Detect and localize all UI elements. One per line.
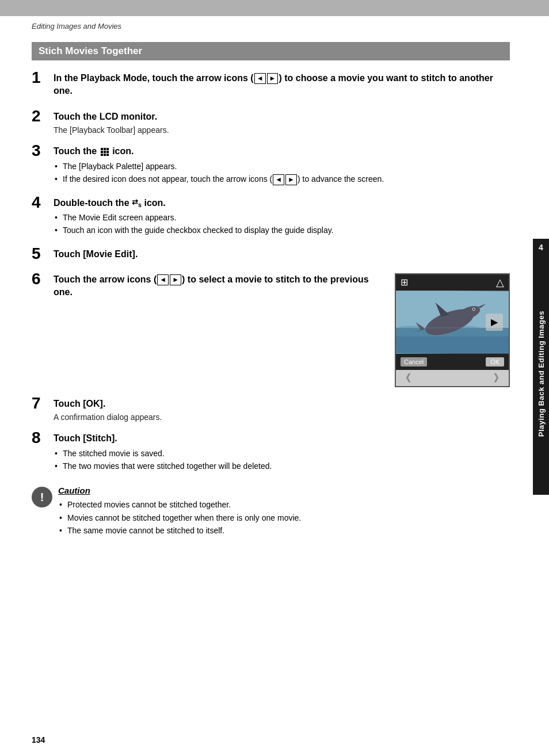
caution-bullet-1: Protected movies cannot be stitched toge… xyxy=(58,499,510,510)
step-3: 3 Touch the icon. The [Playback Palette]… xyxy=(32,145,510,186)
arrow-right-icon-2: ► xyxy=(285,174,297,185)
step-4-bullets: The Movie Edit screen appears. Touch an … xyxy=(54,212,510,236)
lcd-cancel-button[interactable]: Cancel xyxy=(401,357,427,366)
lcd-nav-right-icon[interactable]: 》 xyxy=(494,371,504,385)
step-8-content: Touch [Stitch]. The stitched movie is sa… xyxy=(54,432,510,473)
step-8-bullet-2: The two movies that were stitched togeth… xyxy=(54,460,510,472)
caution-section: ! Caution Protected movies cannot be sti… xyxy=(32,486,510,537)
arrow-right-icon-3: ► xyxy=(170,274,181,285)
step-6-inner: Touch the arrow icons (◄►) to select a m… xyxy=(54,273,510,387)
step-4-number: 4 xyxy=(32,194,54,211)
arrow-left-icon-2: ◄ xyxy=(273,174,284,185)
arrow-left-icon-3: ◄ xyxy=(157,274,169,285)
step-7-number: 7 xyxy=(32,395,54,411)
svg-point-5 xyxy=(473,308,475,310)
main-content: Editing Images and Movies Stich Movies T… xyxy=(0,16,533,555)
step-2-title: Touch the LCD monitor. xyxy=(54,110,510,123)
step-2-number: 2 xyxy=(32,108,54,124)
lcd-arrow-up-icon: △ xyxy=(496,276,504,289)
page-header: Editing Images and Movies xyxy=(32,22,510,30)
step-3-bullets: The [Playback Palette] appears. If the d… xyxy=(54,161,510,185)
step-6: 6 Touch the arrow icons (◄►) to select a… xyxy=(32,273,510,387)
step-6-content: Touch the arrow icons (◄►) to select a m… xyxy=(54,273,510,387)
step-3-content: Touch the icon. The [Playback Palette] a… xyxy=(54,145,510,186)
arrow-right-icon: ► xyxy=(267,73,279,84)
step-6-text: Touch the arrow icons (◄►) to select a m… xyxy=(54,273,383,301)
step-4: 4 Double-touch the ⇄s icon. The Movie Ed… xyxy=(32,197,510,238)
step-5: 5 Touch [Movie Edit]. xyxy=(32,248,510,263)
top-bar xyxy=(0,0,549,16)
step-8: 8 Touch [Stitch]. The stitched movie is … xyxy=(32,432,510,473)
step-3-title: Touch the icon. xyxy=(54,145,510,158)
step-1-content: In the Playback Mode, touch the arrow ic… xyxy=(54,72,510,100)
side-tab-label: Playing Back and Editing Images xyxy=(537,311,546,437)
caution-bullets: Protected movies cannot be stitched toge… xyxy=(58,499,510,536)
step-6-number: 6 xyxy=(32,271,54,287)
lcd-top-bar: ⊞ △ xyxy=(396,274,509,291)
step-2: 2 Touch the LCD monitor. The [Playback T… xyxy=(32,110,510,135)
lcd-nav-bar: 《 》 xyxy=(396,370,509,386)
step-1-title: In the Playback Mode, touch the arrow ic… xyxy=(54,72,510,98)
step-3-bullet-2: If the desired icon does not appear, tou… xyxy=(54,173,510,185)
step-8-bullets: The stitched movie is saved. The two mov… xyxy=(54,448,510,472)
step-7-content: Touch [OK]. A confirmation dialog appear… xyxy=(54,398,510,422)
lcd-bottom-bar: Cancel OK xyxy=(396,354,509,370)
step-3-bullet-1: The [Playback Palette] appears. xyxy=(54,161,510,172)
step-5-content: Touch [Movie Edit]. xyxy=(54,248,510,263)
step-2-body: The [Playback Toolbar] appears. xyxy=(54,125,510,135)
lcd-grid-icon: ⊞ xyxy=(401,277,408,288)
caution-title: Caution xyxy=(58,486,510,495)
step-6-title: Touch the arrow icons (◄►) to select a m… xyxy=(54,273,383,299)
caution-content: Caution Protected movies cannot be stitc… xyxy=(58,486,510,537)
grid-icon xyxy=(101,148,109,156)
page-number: 134 xyxy=(32,735,45,744)
step-8-title: Touch [Stitch]. xyxy=(54,432,510,445)
step-1: 1 In the Playback Mode, touch the arrow … xyxy=(32,72,510,100)
step-5-title: Touch [Movie Edit]. xyxy=(54,248,510,261)
step-7: 7 Touch [OK]. A confirmation dialog appe… xyxy=(32,398,510,422)
step-8-bullet-1: The stitched movie is saved. xyxy=(54,448,510,459)
stitch-icon: ⇄s xyxy=(132,198,142,207)
step-4-bullet-1: The Movie Edit screen appears. xyxy=(54,212,510,223)
lcd-ok-button[interactable]: OK xyxy=(486,357,504,366)
lcd-nav-left-icon[interactable]: 《 xyxy=(401,371,411,385)
caution-icon: ! xyxy=(32,487,52,507)
caution-bullet-3: The same movie cannot be stitched to its… xyxy=(58,525,510,536)
step-1-number: 1 xyxy=(32,70,54,86)
lcd-main-image: ▶ xyxy=(396,291,509,354)
camera-lcd-mockup: ⊞ △ xyxy=(395,273,510,387)
arrow-left-icon: ◄ xyxy=(254,73,266,84)
step-7-title: Touch [OK]. xyxy=(54,398,510,410)
step-8-number: 8 xyxy=(32,430,54,446)
caution-bullet-2: Movies cannot be stitched together when … xyxy=(58,512,510,524)
step-2-content: Touch the LCD monitor. The [Playback Too… xyxy=(54,110,510,135)
step-4-bullet-2: Touch an icon with the guide checkbox ch… xyxy=(54,224,510,236)
step-5-number: 5 xyxy=(32,246,54,262)
lcd-play-button[interactable]: ▶ xyxy=(486,314,503,331)
side-tab: Playing Back and Editing Images xyxy=(533,253,549,495)
step-4-title: Double-touch the ⇄s icon. xyxy=(54,197,510,209)
step-7-body: A confirmation dialog appears. xyxy=(54,413,510,422)
step-4-content: Double-touch the ⇄s icon. The Movie Edit… xyxy=(54,197,510,238)
section-title: Stich Movies Together xyxy=(32,42,510,60)
step-3-number: 3 xyxy=(32,143,54,159)
